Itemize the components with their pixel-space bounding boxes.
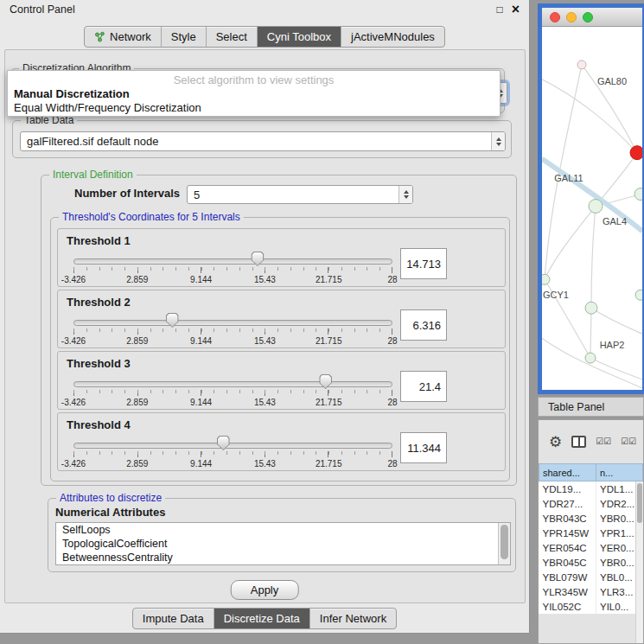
slider-minor-ticks — [73, 451, 392, 455]
network-node[interactable] — [585, 302, 597, 314]
dropdown-placeholder: Select algorithm to view settings — [8, 71, 500, 86]
table-row[interactable]: YLR345WYLR3... — [539, 584, 643, 599]
table-row[interactable]: YIL052CYIL0... — [539, 599, 643, 614]
threshold-4-slider[interactable]: -3.426 2.859 9.144 15.43 21.715 28 — [73, 436, 392, 469]
scale-label: 9.144 — [190, 459, 212, 469]
slider-track[interactable] — [73, 381, 392, 387]
table-row[interactable]: YDR27...YDR2... — [539, 496, 643, 511]
zoom-traffic-light-icon[interactable] — [583, 12, 593, 22]
table-row[interactable]: YBR045CYBR0... — [539, 555, 643, 570]
threshold-2-slider[interactable]: -3.426 2.859 9.144 15.43 21.715 28 — [73, 313, 392, 346]
attributes-group-title: Attributes to discretize — [56, 492, 165, 504]
slider-thumb[interactable] — [166, 313, 179, 328]
combo-stepper-icon[interactable] — [491, 132, 505, 150]
network-view-window[interactable]: GAL80 GAL11 GAL4 GCY1 HAP2 — [538, 3, 644, 394]
table-data-combobox[interactable]: galFiltered.sif default node — [20, 131, 506, 151]
table-scrollbar[interactable] — [635, 481, 643, 643]
scale-label: 15.43 — [254, 336, 276, 346]
table-row[interactable]: YBR043CYBR0... — [539, 511, 643, 526]
scale-label: 21.715 — [316, 336, 342, 346]
slider-track[interactable] — [73, 258, 392, 265]
scrollbar-thumb[interactable] — [501, 525, 508, 559]
node-label: GAL4 — [603, 216, 627, 226]
number-of-intervals-label: Number of Intervals — [74, 187, 180, 200]
network-node-selected[interactable] — [630, 146, 642, 160]
select-columns-icon[interactable]: ☑☑ — [596, 437, 611, 446]
list-item[interactable]: BetweennessCentrality — [56, 551, 510, 564]
node-label: HAP2 — [600, 340, 625, 350]
scale-label: 9.144 — [190, 275, 212, 284]
table-row[interactable]: YER054CYER0... — [539, 540, 643, 555]
table-row[interactable]: YPR145WYPR1... — [539, 526, 643, 540]
tab-jactivemodules[interactable]: jActiveMNodules — [341, 27, 444, 47]
threshold-1-slider[interactable]: -3.426 2.859 9.144 15.43 21.715 28 — [73, 252, 392, 284]
network-node[interactable] — [589, 200, 603, 214]
table-cell: YBR043C — [539, 511, 596, 526]
table-cell: YLR345W — [539, 584, 596, 599]
table-data-group: Table Data galFiltered.sif default node — [12, 120, 512, 158]
slider-track[interactable] — [73, 320, 392, 326]
slider-minor-ticks — [73, 328, 392, 332]
threshold-3-slider[interactable]: -3.426 2.859 9.144 15.43 21.715 28 — [73, 374, 392, 407]
slider-scale: -3.426 2.859 9.144 15.43 21.715 28 — [73, 459, 392, 469]
select-all-icon[interactable]: ☑☑ — [621, 437, 636, 446]
apply-button[interactable]: Apply — [231, 580, 299, 600]
scrollbar-thumb[interactable] — [637, 483, 642, 523]
slider-thumb[interactable] — [217, 436, 230, 450]
network-node[interactable] — [585, 353, 596, 363]
table-row[interactable]: YDL19...YDL1... — [539, 481, 643, 497]
threshold-2-box: Threshold 2 -3.426 2.859 9.144 15.43 21.… — [57, 290, 506, 348]
scale-label: -3.426 — [61, 275, 86, 284]
network-node[interactable] — [577, 61, 586, 69]
threshold-2-value-field[interactable]: 6.316 — [400, 309, 447, 341]
list-scrollbar[interactable] — [498, 523, 510, 564]
threshold-4-value-field[interactable]: 11.344 — [400, 432, 447, 463]
threshold-3-value-field[interactable]: 21.4 — [400, 371, 447, 402]
close-traffic-light-icon[interactable] — [550, 12, 560, 22]
scale-label: -3.426 — [61, 336, 86, 346]
bottom-tab-bar: Impute Data Discretize Data Infer Networ… — [0, 608, 529, 629]
column-header-shared-name[interactable]: shared... — [539, 464, 596, 481]
list-item[interactable]: TopologicalCoefficient — [56, 537, 510, 551]
tab-label: jActiveMNodules — [351, 30, 435, 43]
columns-icon[interactable] — [571, 436, 586, 448]
network-nodes — [542, 61, 642, 363]
number-of-intervals-combobox[interactable]: 5 — [187, 185, 413, 204]
threshold-1-value-field[interactable]: 14.713 — [400, 248, 447, 279]
float-window-icon[interactable]: □ — [496, 3, 502, 16]
tab-discretize-data[interactable]: Discretize Data — [214, 609, 310, 628]
threshold-1-box: Threshold 1 -3.426 2.859 9.144 15.43 21.… — [57, 228, 506, 287]
network-canvas[interactable]: GAL80 GAL11 GAL4 GCY1 HAP2 — [542, 28, 642, 390]
dropdown-item-equal-width-frequency[interactable]: Equal Width/Frequency Discretization — [8, 100, 500, 114]
close-window-icon[interactable]: × — [512, 3, 520, 16]
slider-thumb[interactable] — [251, 252, 264, 266]
scale-label: 15.43 — [254, 275, 276, 284]
table-cell: YDR27... — [539, 496, 596, 511]
network-node[interactable] — [634, 188, 642, 201]
scale-label: 21.715 — [316, 459, 342, 469]
minimize-traffic-light-icon[interactable] — [566, 12, 577, 22]
scale-label: 2.859 — [126, 275, 148, 284]
tab-impute-data[interactable]: Impute Data — [133, 609, 214, 628]
list-item[interactable]: SelfLoops — [56, 523, 510, 537]
scale-label: -3.426 — [61, 459, 86, 469]
table-row[interactable]: YBL079WYBL0... — [539, 570, 643, 584]
tab-cyni-toolbox[interactable]: Cyni Toolbox — [258, 27, 341, 47]
tab-style[interactable]: Style — [162, 27, 207, 47]
network-node[interactable] — [635, 290, 642, 300]
gear-icon[interactable]: ⚙ — [549, 435, 562, 450]
table-cell: YBL079W — [539, 570, 596, 584]
network-node[interactable] — [542, 274, 550, 284]
tab-label: Network — [110, 30, 151, 43]
slider-thumb[interactable] — [319, 374, 332, 389]
column-header-name[interactable]: n... — [596, 464, 643, 481]
combo-stepper-icon[interactable] — [399, 186, 412, 203]
dropdown-item-manual-discretization[interactable]: Manual Discretization — [8, 86, 500, 100]
tab-select[interactable]: Select — [207, 27, 258, 47]
slider-scale: -3.426 2.859 9.144 15.43 21.715 28 — [73, 275, 392, 285]
tab-infer-network[interactable]: Infer Network — [310, 609, 396, 628]
slider-track[interactable] — [73, 443, 392, 449]
scale-label: 28 — [387, 459, 397, 469]
tab-network[interactable]: Network — [85, 27, 162, 47]
numerical-attributes-label: Numerical Attributes — [55, 506, 165, 519]
